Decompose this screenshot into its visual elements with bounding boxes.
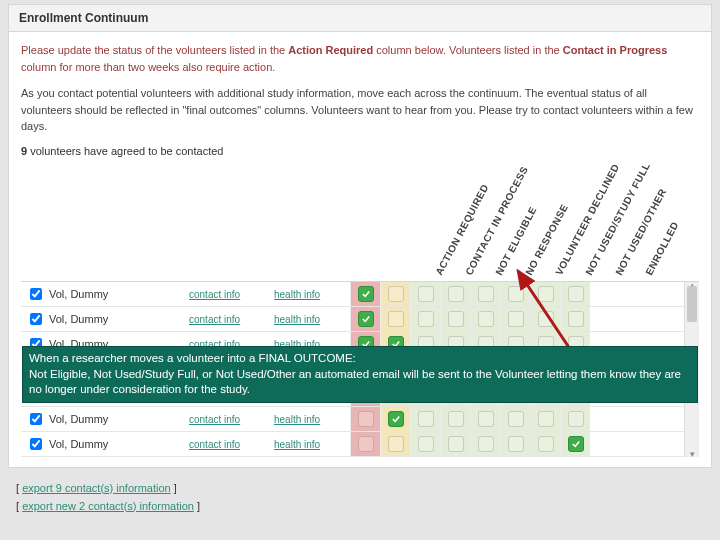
status-cell	[560, 432, 590, 456]
status-cell	[530, 432, 560, 456]
column-headers: ACTION REQUIREDCONTACT IN PROCESSNOT ELI…	[21, 161, 699, 281]
row-checkbox[interactable]	[30, 313, 42, 325]
status-cell	[440, 407, 470, 431]
status-cell	[440, 432, 470, 456]
status-cell	[380, 407, 410, 431]
status-toggle[interactable]	[568, 311, 584, 327]
volunteer-name: Vol, Dummy	[49, 288, 189, 300]
status-toggle[interactable]	[538, 311, 554, 327]
status-cell	[500, 307, 530, 331]
status-toggle[interactable]	[358, 311, 374, 327]
status-toggle[interactable]	[508, 436, 524, 452]
table-row: Vol, Dummycontact infohealth info	[21, 282, 684, 307]
status-cell	[440, 282, 470, 306]
status-toggle[interactable]	[508, 311, 524, 327]
text-bold: Action Required	[288, 44, 373, 56]
status-toggle[interactable]	[478, 436, 494, 452]
status-toggle[interactable]	[418, 411, 434, 427]
status-toggle[interactable]	[448, 286, 464, 302]
status-cell	[440, 307, 470, 331]
status-cell	[350, 282, 380, 306]
status-toggle[interactable]	[388, 311, 404, 327]
export-new-contacts-link[interactable]: export new 2 contact(s) information	[22, 500, 194, 512]
contact-info-link[interactable]: contact info	[189, 414, 240, 425]
status-toggle[interactable]	[508, 411, 524, 427]
check-icon	[392, 415, 400, 423]
scroll-down-icon[interactable]: ▾	[685, 449, 699, 459]
status-cell	[560, 407, 590, 431]
status-toggle[interactable]	[388, 411, 404, 427]
health-info-link[interactable]: health info	[274, 439, 320, 450]
bracket: ]	[194, 500, 200, 512]
check-icon	[362, 315, 370, 323]
status-toggle[interactable]	[508, 286, 524, 302]
column-header: ACTION REQUIRED	[433, 182, 490, 277]
status-toggle[interactable]	[538, 286, 554, 302]
status-cell	[410, 282, 440, 306]
status-toggle[interactable]	[478, 411, 494, 427]
health-info-link[interactable]: health info	[274, 414, 320, 425]
status-cell	[560, 282, 590, 306]
status-toggle[interactable]	[538, 436, 554, 452]
row-checkbox[interactable]	[30, 288, 42, 300]
status-cell	[410, 432, 440, 456]
status-toggle[interactable]	[418, 436, 434, 452]
status-toggle[interactable]	[568, 286, 584, 302]
status-toggle[interactable]	[358, 286, 374, 302]
contact-info-link[interactable]: contact info	[189, 314, 240, 325]
instruction-secondary: As you contact potential volunteers with…	[21, 85, 699, 135]
panel-title: Enrollment Continuum	[9, 5, 711, 32]
bracket: ]	[171, 482, 177, 494]
count-text: volunteers have agreed to be contacted	[27, 145, 223, 157]
status-cell	[350, 407, 380, 431]
status-cell	[380, 432, 410, 456]
status-cell	[470, 307, 500, 331]
table-row: Vol, Dummycontact infohealth info	[21, 407, 684, 432]
export-contacts-link[interactable]: export 9 contact(s) information	[22, 482, 171, 494]
status-cell	[380, 282, 410, 306]
instruction-primary: Please update the status of the voluntee…	[21, 42, 699, 75]
status-cell	[500, 407, 530, 431]
status-toggle[interactable]	[358, 411, 374, 427]
health-info-link[interactable]: health info	[274, 289, 320, 300]
status-toggle[interactable]	[418, 286, 434, 302]
row-checkbox[interactable]	[30, 413, 42, 425]
status-cell	[470, 407, 500, 431]
status-toggle[interactable]	[568, 436, 584, 452]
status-cell	[530, 282, 560, 306]
text: Please update the status of the voluntee…	[21, 44, 288, 56]
volunteer-name: Vol, Dummy	[49, 413, 189, 425]
status-toggle[interactable]	[358, 436, 374, 452]
status-cell	[500, 282, 530, 306]
status-toggle[interactable]	[418, 311, 434, 327]
overlay-line: Not Eligible, Not Used/Study Full, or No…	[29, 367, 691, 398]
volunteer-name: Vol, Dummy	[49, 313, 189, 325]
status-toggle[interactable]	[538, 411, 554, 427]
overlay-line: When a researcher moves a volunteer into…	[29, 351, 691, 367]
status-toggle[interactable]	[388, 436, 404, 452]
status-toggle[interactable]	[478, 311, 494, 327]
status-cell	[470, 432, 500, 456]
contact-info-link[interactable]: contact info	[189, 289, 240, 300]
status-toggle[interactable]	[478, 286, 494, 302]
status-cell	[530, 407, 560, 431]
status-toggle[interactable]	[448, 436, 464, 452]
volunteer-count: 9 volunteers have agreed to be contacted	[21, 145, 699, 157]
status-cell	[470, 282, 500, 306]
text-bold: Contact in Progress	[563, 44, 668, 56]
status-toggle[interactable]	[568, 411, 584, 427]
status-cell	[410, 307, 440, 331]
scroll-thumb[interactable]	[687, 286, 697, 322]
status-cell	[350, 432, 380, 456]
status-cell	[530, 307, 560, 331]
status-toggle[interactable]	[388, 286, 404, 302]
status-cell	[380, 307, 410, 331]
health-info-link[interactable]: health info	[274, 314, 320, 325]
check-icon	[572, 440, 580, 448]
row-checkbox[interactable]	[30, 438, 42, 450]
contact-info-link[interactable]: contact info	[189, 439, 240, 450]
status-toggle[interactable]	[448, 411, 464, 427]
table-row: Vol, Dummycontact infohealth info	[21, 307, 684, 332]
status-cell	[560, 307, 590, 331]
status-toggle[interactable]	[448, 311, 464, 327]
